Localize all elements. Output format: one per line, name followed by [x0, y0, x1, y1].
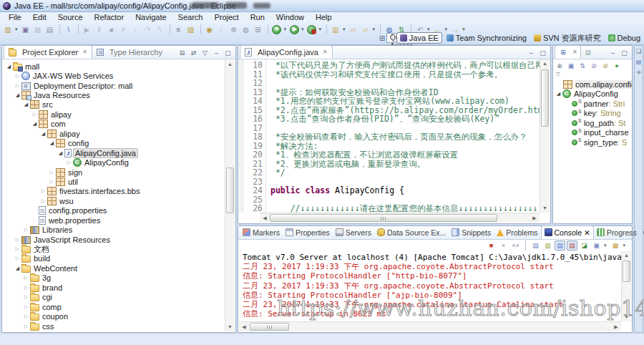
tab-alipayconfig-java[interactable]: AlipayConfig.java ✕: [240, 45, 333, 59]
view-menu-icon[interactable]: ▽: [553, 72, 632, 77]
menu-window[interactable]: Window: [270, 12, 310, 23]
twistie-closed-icon[interactable]: ▷: [14, 237, 21, 243]
collapse-all-icon[interactable]: ⊟: [177, 49, 187, 57]
perspective-java-ee[interactable]: Java EE: [396, 32, 442, 44]
perspective-debug[interactable]: Debug: [605, 33, 643, 43]
hide-fields-icon[interactable]: ⊘: [589, 61, 599, 70]
perspective-svn-资源库研究[interactable]: SVN 资源库研究: [531, 32, 604, 44]
outline-field-sign_type[interactable]: Ssign_type : S: [553, 137, 632, 147]
expand-icon[interactable]: ⊕: [555, 61, 565, 70]
scroll-down-icon[interactable]: ▼: [225, 323, 235, 331]
outline-field-key[interactable]: Skey : String: [553, 109, 632, 119]
twistie-closed-icon[interactable]: ▷: [14, 246, 21, 252]
dropdown-arrow-icon[interactable]: ▾: [319, 26, 322, 32]
twistie-closed-icon[interactable]: ▷: [48, 179, 56, 185]
project-tree-scrollbar[interactable]: ▲ ▼: [225, 60, 235, 331]
code-area[interactable]: *以下代码只是为了方便商户测试而提供的样例代码，商户可以根据自己网站的需要，按照…: [266, 59, 540, 213]
close-icon[interactable]: ✕: [584, 228, 590, 237]
twistie-open-icon[interactable]: ◢: [22, 102, 30, 107]
scroll-left-icon[interactable]: ◀: [240, 323, 248, 331]
twistie-open-icon[interactable]: ◢: [48, 140, 56, 146]
maximize-icon[interactable]: ▢: [620, 49, 629, 57]
twistie-closed-icon[interactable]: ▷: [31, 112, 39, 117]
tree-item-mall[interactable]: ◢mall: [3, 62, 225, 71]
open-file-icon[interactable]: ▱: [348, 24, 359, 35]
scroll-right-icon[interactable]: ▶: [612, 323, 620, 331]
remove-launch-icon[interactable]: ×: [498, 240, 509, 251]
open-task-icon[interactable]: ◉: [204, 24, 215, 35]
scroll-up-icon[interactable]: ▲: [225, 60, 235, 69]
outline-field-partner[interactable]: Spartner : Stri: [553, 99, 632, 109]
twistie-open-icon[interactable]: ◢: [14, 266, 21, 271]
minimized-view-icon[interactable]: ✛: [636, 70, 641, 76]
tree-item-comp[interactable]: ▷comp: [3, 302, 225, 311]
tree-item-com[interactable]: ◢com: [3, 120, 225, 129]
tab-problems[interactable]: Problems: [494, 225, 540, 239]
twistie-closed-icon[interactable]: ▷: [39, 198, 47, 204]
tree-item-alipay[interactable]: ▷alipay: [3, 110, 225, 119]
menu-refactor[interactable]: Refactor: [89, 12, 130, 23]
scrollbar-thumb[interactable]: [623, 261, 630, 282]
show-stderr-icon[interactable]: ▤: [567, 240, 577, 251]
tree-item-coupon[interactable]: ▷coupon: [3, 311, 225, 321]
twistie-open-icon[interactable]: ◢: [555, 91, 562, 97]
minimize-icon[interactable]: –: [527, 49, 536, 57]
tab-project-explorer[interactable]: Project Explorer ✕: [4, 45, 92, 59]
dropdown-arrow-icon[interactable]: ▾: [623, 243, 625, 248]
menu-search[interactable]: Search: [172, 12, 209, 23]
scroll-down-icon[interactable]: ▼: [540, 204, 550, 213]
twistie-closed-icon[interactable]: ▷: [65, 160, 73, 165]
dropdown-arrow-icon[interactable]: ▾: [15, 26, 18, 32]
menu-project[interactable]: Project: [208, 12, 244, 23]
new-class-icon[interactable]: ⊕: [228, 24, 240, 35]
minimized-view-icon[interactable]: ▤: [636, 59, 642, 65]
pin-console-icon[interactable]: ◪: [579, 240, 590, 251]
tab-console[interactable]: Console✕: [541, 225, 594, 239]
run-external-tools-icon[interactable]: [306, 24, 318, 35]
outline-package[interactable]: com.alipay.config: [553, 79, 632, 89]
close-icon[interactable]: ✕: [323, 49, 328, 55]
tree-item-alipay[interactable]: ◢alipay: [3, 129, 225, 138]
clear-console-icon[interactable]: ▤: [530, 240, 541, 251]
open-perspective-icon[interactable]: ⊞: [376, 33, 388, 44]
dropdown-arrow-icon[interactable]: ▾: [301, 26, 304, 32]
tree-item-util[interactable]: ▷util: [3, 177, 225, 186]
sort-icon[interactable]: ⇅: [577, 61, 587, 70]
twistie-closed-icon[interactable]: ▷: [22, 294, 30, 300]
save-icon[interactable]: ▣: [20, 24, 31, 35]
tree-item-config[interactable]: ◢config: [3, 139, 225, 148]
twistie-open-icon[interactable]: ◢: [39, 131, 47, 137]
tree-item-alipayconfig[interactable]: ▷AlipayConfig: [3, 157, 225, 167]
tab-properties[interactable]: Properties: [283, 225, 333, 239]
hide-static-icon[interactable]: ⊘: [600, 61, 610, 70]
tree-item-2014[interactable]: ▷2014: [3, 331, 225, 331]
maximize-icon[interactable]: ▢: [538, 49, 547, 57]
terminate-icon[interactable]: ■: [486, 240, 497, 251]
twistie-open-icon[interactable]: ◢: [14, 92, 21, 98]
tree-item--[interactable]: ▷文档: [3, 244, 225, 253]
tree-item-build[interactable]: ▷build: [3, 254, 225, 263]
display-console-icon[interactable]: ▣: [591, 240, 602, 251]
tab-servers[interactable]: Servers: [333, 225, 374, 239]
outline-field-input_charse[interactable]: Sinput_charse: [553, 128, 632, 138]
maximize-icon[interactable]: ▢: [223, 49, 233, 57]
new-java-project-icon[interactable]: ▥: [330, 24, 341, 35]
tree-item-fivestars-interfaces-bbs[interactable]: ▷fivestars.interfaces.bbs: [3, 187, 225, 196]
tree-item-alipayconfig-java[interactable]: ◢AlipayConfig.java: [3, 148, 225, 157]
menu-source[interactable]: Source: [52, 12, 89, 23]
tree-item-webcontent[interactable]: ◢WebContent: [3, 263, 225, 273]
menu-run[interactable]: Run: [245, 12, 270, 23]
view-menu-icon[interactable]: ▽: [200, 49, 210, 57]
tree-item-wsu[interactable]: ▷wsu: [3, 196, 225, 205]
tab-outline[interactable]: ⊞ ✕: [555, 45, 581, 59]
menu-edit[interactable]: Edit: [27, 12, 52, 23]
twistie-closed-icon[interactable]: ▷: [22, 275, 30, 281]
tree-item-sign[interactable]: ▷sign: [3, 167, 225, 177]
tree-item-java-resources[interactable]: ◢Java Resources: [3, 90, 225, 99]
console-horizontal-scrollbar[interactable]: ◀ ▶: [239, 321, 621, 331]
tab-snippets[interactable]: Snippets: [449, 225, 494, 239]
twistie-open-icon[interactable]: ◢: [57, 150, 64, 156]
twistie-closed-icon[interactable]: ▷: [22, 324, 30, 329]
dropdown-arrow-icon[interactable]: ▾: [343, 26, 346, 32]
remove-all-launches-icon[interactable]: ××: [510, 240, 521, 251]
